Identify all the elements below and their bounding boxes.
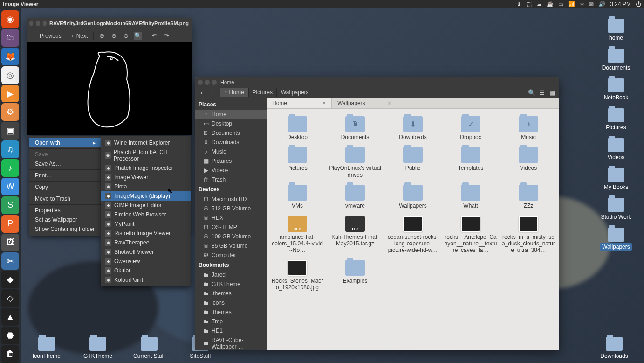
- close-icon[interactable]: [198, 80, 203, 85]
- rotate-cw-icon[interactable]: ↷: [162, 32, 171, 40]
- back-button[interactable]: ‹: [198, 88, 206, 97]
- sidebar-item[interactable]: ⛁512 GB Volume: [195, 204, 267, 213]
- maximize-icon[interactable]: [43, 21, 47, 26]
- search-icon[interactable]: 🔍: [528, 88, 536, 97]
- sidebar-item[interactable]: 🗎Documents: [195, 128, 267, 138]
- openwith-item[interactable]: ◆Gwenview: [101, 257, 191, 266]
- file-item[interactable]: Examples: [327, 258, 383, 293]
- desktop-studiowork[interactable]: Studio Work: [597, 198, 635, 220]
- zoom-fit-icon[interactable]: ⊙: [122, 32, 130, 40]
- launcher-dash[interactable]: ◉: [1, 10, 19, 28]
- file-item[interactable]: ♪Music: [500, 114, 556, 142]
- menu-move-trash[interactable]: Move to Trash: [29, 194, 101, 203]
- openwith-item[interactable]: ◆Phatch PHoto bATCH Processor: [101, 147, 191, 163]
- launcher-app-b[interactable]: ◇: [1, 289, 19, 307]
- file-item[interactable]: VMs: [269, 183, 325, 211]
- launcher-firefox[interactable]: 🦊: [1, 48, 19, 65]
- file-item[interactable]: ZZz: [500, 183, 556, 211]
- tab-home[interactable]: Home×: [267, 98, 332, 108]
- prev-button[interactable]: ←Previous: [30, 32, 63, 40]
- sidebar-item[interactable]: ▦Pictures: [195, 156, 267, 166]
- file-item[interactable]: Wallpapers: [385, 183, 441, 211]
- view-grid-icon[interactable]: ▦: [548, 88, 556, 97]
- coffee-icon[interactable]: ☕: [547, 1, 554, 7]
- desktop-gtktheme[interactable]: GTKTheme: [79, 337, 116, 359]
- file-item[interactable]: Templates: [443, 145, 499, 180]
- menu-copy[interactable]: Copy: [29, 182, 101, 192]
- menu-set-wallpaper[interactable]: Set as Wallpaper: [29, 215, 101, 224]
- menu-show-folder[interactable]: Show Containing Folder: [29, 224, 101, 234]
- menu-print[interactable]: Print…: [29, 171, 101, 180]
- launcher-files[interactable]: 🗂: [1, 29, 19, 47]
- sidebar-item[interactable]: ⛁HDX: [195, 213, 267, 223]
- sidebar-item[interactable]: ♪Music: [195, 147, 267, 156]
- fm-titlebar[interactable]: Home: [195, 77, 559, 87]
- iv-titlebar[interactable]: RAVEfinity3rdGenLogoMockup6RAVEfinityPro…: [27, 18, 192, 29]
- openwith-item[interactable]: ◆KolourPaint: [101, 275, 191, 285]
- volume-icon[interactable]: 🔊: [598, 1, 605, 7]
- sidebar-item[interactable]: ⛁Macintosh HD: [195, 195, 267, 204]
- file-item[interactable]: DEBambiance-flat-colors_15.04.4~vivid~No…: [269, 214, 325, 255]
- launcher-spotify[interactable]: ♪: [1, 159, 19, 177]
- file-item[interactable]: TGZKali-Themes-Final-May2015.tar.gz: [327, 214, 383, 255]
- minimize-icon[interactable]: [205, 80, 210, 85]
- launcher-settings[interactable]: ⚙: [1, 103, 19, 121]
- sidebar-item[interactable]: ⛁85 GB Volume: [195, 241, 267, 251]
- openwith-item[interactable]: ◆MyPaint: [101, 219, 191, 229]
- menu-open-with[interactable]: Open with▸: [29, 138, 101, 147]
- zoom-in-icon[interactable]: ⊕: [97, 32, 106, 40]
- close-tab-icon[interactable]: ×: [322, 100, 326, 106]
- sidebar-item[interactable]: ⬇Downloads: [195, 138, 267, 147]
- close-tab-icon[interactable]: ×: [388, 100, 391, 106]
- sidebar-item[interactable]: ▶Videos: [195, 166, 267, 175]
- openwith-item[interactable]: ◆Pinta: [101, 182, 191, 191]
- launcher-media[interactable]: ▶: [1, 85, 19, 103]
- wifi-icon[interactable]: 📶: [568, 1, 575, 7]
- close-icon[interactable]: [29, 21, 33, 26]
- openwith-item[interactable]: ◆Phatch Image Inspector: [101, 163, 191, 173]
- sidebar-item[interactable]: 🖿icons: [195, 298, 267, 307]
- zoom-actual-icon[interactable]: 🔍: [134, 32, 142, 40]
- launcher-app-c[interactable]: ▲: [1, 308, 19, 326]
- launcher-app-d[interactable]: ⬣: [1, 327, 19, 344]
- fm-iconview[interactable]: Desktop🗎Documents⬇Downloads✓Dropbox♪Musi…: [267, 109, 559, 350]
- sidebar-item[interactable]: 🖿.themes: [195, 307, 267, 317]
- launcher-trash[interactable]: 🗑: [1, 345, 19, 363]
- crumb-pictures[interactable]: Pictures: [248, 88, 277, 97]
- desktop-documents[interactable]: Documents: [597, 49, 635, 71]
- clock[interactable]: 3:24 PM: [610, 1, 631, 7]
- rotate-ccw-icon[interactable]: ↶: [150, 32, 158, 40]
- sidebar-item[interactable]: 🖿RAVE-Cube-Wallpaper-…: [195, 335, 267, 350]
- launcher-wps-present[interactable]: P: [1, 215, 19, 233]
- sidebar-item[interactable]: ⛁OS-TEMP: [195, 223, 267, 232]
- next-button[interactable]: →Next: [67, 32, 90, 40]
- file-item[interactable]: ✓Dropbox: [443, 114, 499, 142]
- mail-icon[interactable]: ✉: [589, 1, 594, 7]
- view-list-icon[interactable]: ☰: [538, 88, 546, 97]
- openwith-item[interactable]: ◆RawTherapee: [101, 238, 191, 247]
- menu-save-as[interactable]: Save As…: [29, 159, 101, 168]
- tab-wallpapers[interactable]: Wallpapers×: [332, 98, 397, 108]
- launcher-wps-writer[interactable]: W: [1, 178, 19, 195]
- minimize-icon[interactable]: [36, 21, 40, 26]
- file-item[interactable]: rocks__Antelope_Canyon__nature__texture_…: [443, 214, 499, 255]
- temp-icon[interactable]: 🌡: [516, 1, 522, 7]
- desktop-notebook[interactable]: NoteBook: [597, 78, 635, 101]
- zoom-out-icon[interactable]: ⊖: [110, 32, 118, 40]
- launcher-wps-sheet[interactable]: S: [1, 196, 19, 214]
- crumb-home[interactable]: ⌂ Home: [220, 88, 248, 97]
- crumb-wallpapers[interactable]: Wallpapers: [277, 88, 313, 97]
- sidebar-item[interactable]: 🖿HD1: [195, 326, 267, 335]
- launcher-app-a[interactable]: ◆: [1, 271, 19, 288]
- file-item[interactable]: Whatt: [443, 183, 499, 211]
- desktop-pictures[interactable]: Pictures: [597, 108, 635, 131]
- weather-icon[interactable]: ☁: [536, 1, 542, 7]
- file-item[interactable]: rocks_in_a_misty_sea_dusk_clouds_nature_…: [500, 214, 556, 255]
- sidebar-item[interactable]: 🖿GTKTheme: [195, 279, 267, 289]
- openwith-item[interactable]: ◆Image Viewer: [101, 173, 191, 182]
- file-item[interactable]: vmware: [327, 183, 383, 211]
- power-icon[interactable]: ⏻: [636, 1, 641, 7]
- sidebar-item[interactable]: ▭Desktop: [195, 119, 267, 128]
- desktop-icontheme[interactable]: IconTheme: [28, 337, 65, 359]
- desktop-currentstuff[interactable]: Current Stuff: [130, 337, 168, 359]
